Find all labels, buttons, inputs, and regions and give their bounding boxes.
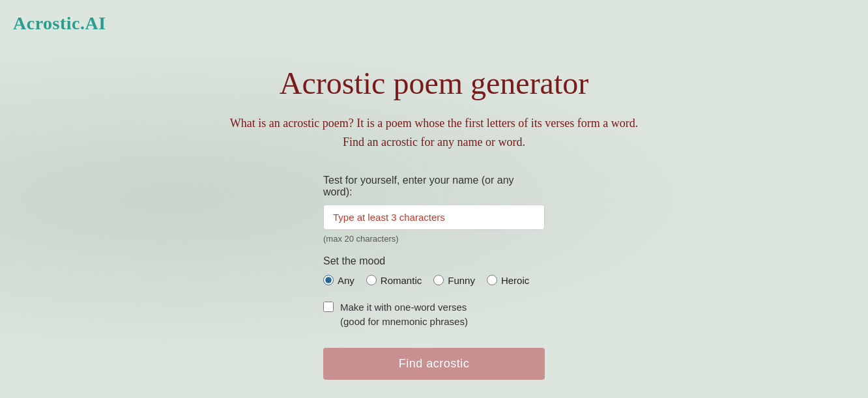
mood-option-any[interactable]: Any <box>323 275 354 286</box>
one-word-checkbox[interactable] <box>323 302 334 312</box>
mood-label-romantic: Romantic <box>381 275 422 286</box>
page-title: Acrostic poem generator <box>280 65 588 101</box>
mood-label-funny: Funny <box>448 275 475 286</box>
mood-option-heroic[interactable]: Heroic <box>487 275 529 286</box>
mood-radio-any[interactable] <box>323 275 334 285</box>
name-input[interactable] <box>323 205 545 230</box>
input-label: Test for yourself, enter your name (or a… <box>323 175 545 198</box>
max-chars-note: (max 20 characters) <box>323 234 399 244</box>
subtitle-line1: What is an acrostic poem? It is a poem w… <box>230 117 638 130</box>
mood-radio-heroic[interactable] <box>487 275 497 285</box>
find-acrostic-button[interactable]: Find acrostic <box>323 348 545 380</box>
mood-option-romantic[interactable]: Romantic <box>366 275 422 286</box>
mood-label-heroic: Heroic <box>501 275 529 286</box>
checkbox-label: Make it with one-word verses (good for m… <box>340 300 468 330</box>
form-section: Test for yourself, enter your name (or a… <box>323 175 545 380</box>
mood-option-funny[interactable]: Funny <box>433 275 475 286</box>
checkbox-section: Make it with one-word verses (good for m… <box>323 300 468 330</box>
main-container: Acrostic poem generator What is an acros… <box>0 0 868 380</box>
subtitle: What is an acrostic poem? It is a poem w… <box>230 114 638 152</box>
mood-radio-funny[interactable] <box>433 275 444 285</box>
mood-radio-romantic[interactable] <box>366 275 377 285</box>
mood-label: Set the mood <box>323 255 385 267</box>
mood-label-any: Any <box>338 275 354 286</box>
logo[interactable]: Acrostic.AI <box>13 13 106 34</box>
mood-options-group: Any Romantic Funny Heroic <box>323 275 529 286</box>
subtitle-line2: Find an acrostic for any name or word. <box>343 135 525 149</box>
